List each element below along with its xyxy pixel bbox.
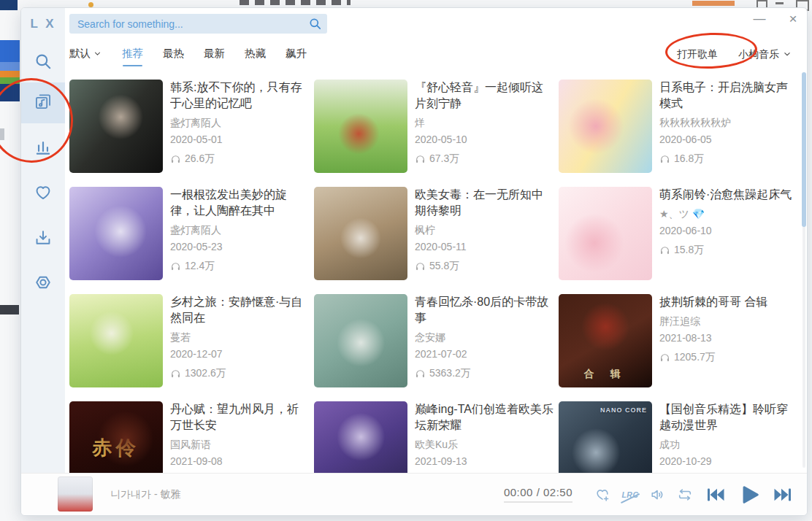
playlist-card[interactable]: NANO CORE 【国创音乐精选】聆听穿越动漫世界 成功 2020-10-29… xyxy=(559,401,803,474)
sidebar-item-search[interactable] xyxy=(21,42,65,83)
playlist-card[interactable]: 巅峰ing-TA们创造着欧美乐坛新荣耀 欧美Ku乐 2021-09-13 300… xyxy=(314,401,559,474)
playlist-card[interactable]: 合 辑 披荆斩棘的哥哥 合辑 胖汪追综 2021-08-13 1205.7万 xyxy=(559,294,803,387)
tab-4[interactable]: 热藏 xyxy=(245,47,266,61)
play-count-text: 1302.6万 xyxy=(185,367,226,380)
headphones-icon xyxy=(659,245,670,256)
playlist-date: 2020-06-05 xyxy=(659,134,798,145)
desktop-fragment xyxy=(0,71,20,77)
playlist-play-count: 1205.7万 xyxy=(659,351,798,364)
cover-accent xyxy=(337,318,386,367)
playlist-title: 一根根弦发出美妙的旋律，让人陶醉在其中 xyxy=(170,187,309,219)
chevron-down-icon xyxy=(93,47,102,61)
play-count-text: 1205.7万 xyxy=(674,351,716,364)
app-logo: L X xyxy=(21,17,65,31)
next-track-button[interactable] xyxy=(773,487,792,503)
playlist-play-count: 26.6万 xyxy=(170,153,309,166)
playlist-card[interactable]: 赤伶 丹心赋：望九州风月，祈万世长安 国风新语 2021-09-08 254.0… xyxy=(69,401,314,474)
sidebar-item-settings[interactable] xyxy=(21,263,65,304)
source-picker[interactable]: 小枸音乐 xyxy=(738,47,792,61)
playlist-date: 2020-06-10 xyxy=(659,225,798,236)
playlist-date: 2020-05-11 xyxy=(415,241,554,252)
desktop-fragment xyxy=(88,2,93,7)
playlist-card[interactable]: 乡村之旅：安静惬意·与自然同在 蔓若 2020-12-07 1302.6万 xyxy=(69,294,314,387)
playlist-play-count: 16.8万 xyxy=(659,153,798,166)
playlist-date: 2020-05-23 xyxy=(170,241,309,252)
playlist-card[interactable]: 一根根弦发出美妙的旋律，让人陶醉在其中 盏灯离陌人 2020-05-23 12.… xyxy=(69,187,314,280)
playlist-info: 日系电子：开启洗脑女声模式 秋秋秋秋秋秋炉 2020-06-05 16.8万 xyxy=(659,80,798,173)
playlist-title: 【国创音乐精选】聆听穿越动漫世界 xyxy=(659,401,798,433)
tab-5[interactable]: 飙升 xyxy=(286,47,307,61)
album-art[interactable] xyxy=(58,476,93,512)
sidebar-item-songlist[interactable] xyxy=(21,82,65,123)
playlist-play-count: 5363.2万 xyxy=(415,367,554,380)
desktop-fragment xyxy=(0,305,19,314)
playlist-card[interactable]: 日系电子：开启洗脑女声模式 秋秋秋秋秋秋炉 2020-06-05 16.8万 xyxy=(559,80,803,173)
play-mode-loop-icon[interactable] xyxy=(677,487,693,503)
playlist-cover xyxy=(69,294,163,387)
playlist-date: 2020-10-29 xyxy=(659,455,798,467)
playlist-play-count: 15.8万 xyxy=(659,244,798,257)
play-count-text: 55.8万 xyxy=(429,260,459,273)
playlist-title: 青春回忆杀·80后的卡带故事 xyxy=(415,294,554,326)
heart-icon xyxy=(34,183,53,205)
playlist-date: 2020-05-01 xyxy=(170,134,309,145)
volume-icon[interactable] xyxy=(650,487,666,503)
play-button[interactable] xyxy=(738,484,760,506)
playlist-card[interactable]: 欧美女毒：在一无所知中期待黎明 枫柠 2020-05-11 55.8万 xyxy=(314,187,559,280)
playlist-info: 巅峰ing-TA们创造着欧美乐坛新荣耀 欧美Ku乐 2021-09-13 300… xyxy=(415,401,554,474)
cover-label: 合 辑 xyxy=(559,368,652,381)
playlist-title: 萌系闹铃·治愈焦躁起床气 xyxy=(659,187,798,203)
playlist-card[interactable]: 青春回忆杀·80后的卡带故事 念安娜 2021-07-02 5363.2万 xyxy=(314,294,559,387)
playlist-title: 欧美女毒：在一无所知中期待黎明 xyxy=(415,187,554,219)
sidebar-item-download[interactable] xyxy=(21,219,65,260)
tab-bar: 默认推荐最热最新热藏飙升 xyxy=(69,47,307,61)
cover-accent xyxy=(581,303,630,352)
search-input[interactable] xyxy=(69,14,327,34)
playlist-title: 韩系:放不下你的，只有存于心里的记忆吧 xyxy=(170,80,309,112)
playlist-info: 一根根弦发出美妙的旋律，让人陶醉在其中 盏灯离陌人 2020-05-23 12.… xyxy=(170,187,309,280)
playlist-card[interactable]: 『舒心轻音』一起倾听这片刻宁静 烊 2020-05-10 67.3万 xyxy=(314,80,559,173)
headphones-icon xyxy=(170,261,181,272)
playlist-info: 披荆斩棘的哥哥 合辑 胖汪追综 2021-08-13 1205.7万 xyxy=(659,294,798,387)
playlist-author: 蔓若 xyxy=(170,331,309,344)
sidebar-item-favorites[interactable] xyxy=(21,174,65,215)
playlist-play-count: 55.8万 xyxy=(415,260,554,273)
header-right: 打开歌单 小枸音乐 xyxy=(677,47,792,61)
previous-track-button[interactable] xyxy=(706,487,725,503)
sidebar-item-ranking[interactable] xyxy=(21,128,65,169)
now-playing-title: 니가내가 - 敏雅 xyxy=(110,474,180,515)
headphones-icon xyxy=(170,368,181,379)
source-label: 小枸音乐 xyxy=(738,48,779,61)
play-count-text: 16.8万 xyxy=(674,153,704,166)
search-icon[interactable] xyxy=(308,17,322,31)
play-count-text: 5363.2万 xyxy=(429,367,471,380)
open-playlist-button[interactable]: 打开歌单 xyxy=(677,48,718,61)
playlist-author: 成功 xyxy=(659,439,798,452)
tab-1[interactable]: 推荐 xyxy=(122,47,143,61)
close-button[interactable]: × xyxy=(783,9,803,28)
playlist-cover: 赤伶 xyxy=(69,401,163,474)
download-icon xyxy=(34,228,53,250)
playlist-author: 念安娜 xyxy=(415,331,554,344)
desktop-lyrics-icon[interactable]: LRC xyxy=(621,490,639,499)
scrollbar-thumb[interactable] xyxy=(802,72,806,227)
playlist-date: 2020-05-10 xyxy=(415,134,554,145)
player-controls: 00:00 / 02:50 LRC xyxy=(504,474,792,515)
playlist-card[interactable]: 韩系:放不下你的，只有存于心里的记忆吧 盏灯离陌人 2020-05-01 26.… xyxy=(69,80,314,173)
playlist-info: 乡村之旅：安静惬意·与自然同在 蔓若 2020-12-07 1302.6万 xyxy=(170,294,309,387)
playlist-cover xyxy=(314,401,407,474)
playlist-card[interactable]: 萌系闹铃·治愈焦躁起床气 ★、ツ 💎 2020-06-10 15.8万 xyxy=(559,187,803,280)
add-to-favorites-icon[interactable] xyxy=(594,487,610,503)
playlist-title: 巅峰ing-TA们创造着欧美乐坛新荣耀 xyxy=(415,401,554,433)
cover-accent xyxy=(338,113,379,154)
tab-0[interactable]: 默认 xyxy=(69,47,102,61)
playlist-author: 盏灯离陌人 xyxy=(170,117,309,130)
tab-2[interactable]: 最热 xyxy=(163,47,184,61)
tab-3[interactable]: 最新 xyxy=(204,47,225,61)
playlist-cover xyxy=(314,294,407,387)
headphones-icon xyxy=(415,154,426,165)
play-count-text: 67.3万 xyxy=(429,153,459,166)
minimize-button[interactable]: — xyxy=(749,9,770,28)
player-bar: 니가내가 - 敏雅 00:00 / 02:50 LRC xyxy=(21,473,807,515)
playlist-cover xyxy=(69,80,163,173)
